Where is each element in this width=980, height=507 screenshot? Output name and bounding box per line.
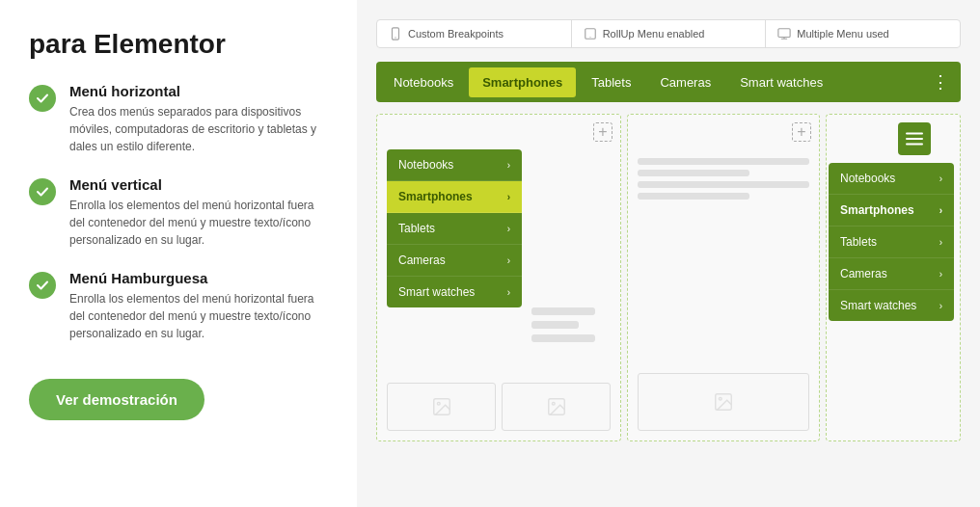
md-cameras-label: Cameras <box>840 267 887 280</box>
mobile-icon <box>389 27 402 40</box>
md-cameras-arrow: › <box>939 269 942 280</box>
md-smartwatches-label: Smart watches <box>840 299 916 312</box>
feature-hamburger-desc: Enrolla los elementos del menú horizonta… <box>69 290 328 342</box>
tablet-icon <box>584 27 597 40</box>
md-tablets-arrow: › <box>939 237 942 248</box>
feature-vertical-desc: Enrolla los elementos del menú horizonta… <box>69 197 328 249</box>
dd-smartwatches[interactable]: Smart watches › <box>387 277 522 307</box>
dd-cameras-arrow: › <box>507 255 510 266</box>
dd-smartphones-arrow: › <box>507 192 510 202</box>
svg-point-10 <box>719 397 721 400</box>
dd-notebooks-label: Notebooks <box>398 158 453 172</box>
md-notebooks-arrow: › <box>939 173 942 184</box>
bp-custom-label: Custom Breakpoints <box>408 28 504 40</box>
col-mobile: Notebooks › Smartphones › Tablets › Came… <box>826 114 961 441</box>
feature-horizontal-menu: Menú horizontal Crea dos menús separados… <box>29 83 328 155</box>
plus-icon-desktop[interactable]: + <box>593 122 612 142</box>
feature-horizontal-desc: Crea dos menús separados para dispositiv… <box>69 103 328 155</box>
dd-notebooks[interactable]: Notebooks › <box>387 149 522 181</box>
md-smartphones-arrow: › <box>939 205 942 216</box>
right-panel: Custom Breakpoints RollUp Menu enabled M… <box>357 0 980 507</box>
md-cameras[interactable]: Cameras › <box>829 258 954 290</box>
check-icon-hamburger <box>29 272 56 299</box>
dd-smartphones-label: Smartphones <box>398 190 473 203</box>
feature-hamburger-heading: Menú Hamburguesa <box>69 270 328 286</box>
bp-rollup: RollUp Menu enabled <box>572 20 767 47</box>
bp-rollup-label: RollUp Menu enabled <box>603 28 705 40</box>
dropdown-desktop: Notebooks › Smartphones › Tablets › Came… <box>387 149 522 307</box>
hmenu-item-notebooks[interactable]: Notebooks <box>380 67 467 97</box>
bp-custom: Custom Breakpoints <box>377 20 572 47</box>
md-notebooks[interactable]: Notebooks › <box>829 163 954 195</box>
image-placeholder-icon-1 <box>431 396 452 417</box>
svg-rect-4 <box>778 29 790 38</box>
svg-point-1 <box>395 37 395 38</box>
feature-horizontal-heading: Menú horizontal <box>69 83 328 99</box>
feature-vertical-heading: Menú vertical <box>69 176 328 193</box>
hamburger-icon <box>906 132 923 146</box>
md-smartphones-label: Smartphones <box>840 203 914 217</box>
md-tablets-label: Tablets <box>840 235 877 249</box>
dd-smartphones[interactable]: Smartphones › <box>387 181 522 213</box>
dots-menu-button[interactable]: ⋮ <box>924 67 957 96</box>
breakpoints-bar: Custom Breakpoints RollUp Menu enabled M… <box>376 19 961 48</box>
page-title: para Elementor <box>29 29 328 60</box>
feature-vertical-text: Menú vertical Enrolla los elementos del … <box>69 176 328 249</box>
md-notebooks-label: Notebooks <box>840 172 895 185</box>
tablet-line-3 <box>638 181 809 188</box>
md-smartwatches[interactable]: Smart watches › <box>829 290 954 321</box>
md-tablets[interactable]: Tablets › <box>829 227 954 258</box>
demo-button[interactable]: Ver demostración <box>29 379 204 420</box>
desktop-img-1 <box>387 383 496 431</box>
left-panel: para Elementor Menú horizontal Crea dos … <box>0 0 357 507</box>
content-line-2 <box>531 321 579 329</box>
hmenu-item-smartwatches[interactable]: Smart watches <box>726 67 836 97</box>
col-desktop: + Notebooks › Smartphones › Tablets › Ca… <box>376 114 621 441</box>
dropdown-mobile: Notebooks › Smartphones › Tablets › Came… <box>829 163 954 321</box>
md-smartwatches-arrow: › <box>939 301 942 311</box>
hmenu-item-tablets[interactable]: Tablets <box>578 67 644 97</box>
tablet-line-2 <box>638 170 749 176</box>
dd-cameras-label: Cameras <box>398 254 446 267</box>
check-icon-horizontal <box>29 85 56 112</box>
dd-tablets-label: Tablets <box>398 222 435 235</box>
dd-notebooks-arrow: › <box>507 160 510 171</box>
hmenu-item-cameras[interactable]: Cameras <box>646 67 724 97</box>
check-icon-vertical <box>29 178 56 205</box>
col-tablet: + <box>627 114 820 441</box>
feature-vertical-menu: Menú vertical Enrolla los elementos del … <box>29 176 328 249</box>
feature-horizontal-text: Menú horizontal Crea dos menús separados… <box>69 83 328 155</box>
content-line-3 <box>531 334 595 342</box>
feature-hamburger-menu: Menú Hamburguesa Enrolla los elementos d… <box>29 270 328 342</box>
dd-tablets-arrow: › <box>507 224 510 234</box>
horizontal-menu-bar: Notebooks Smartphones Tablets Cameras Sm… <box>376 62 961 102</box>
bp-multiple-label: Multiple Menu used <box>797 28 888 40</box>
image-placeholder-icon-2 <box>546 396 567 417</box>
feature-hamburger-text: Menú Hamburguesa Enrolla los elementos d… <box>69 270 328 342</box>
plus-icon-tablet[interactable]: + <box>792 122 811 142</box>
desktop-img-2 <box>502 383 611 431</box>
svg-point-3 <box>589 37 590 38</box>
hmenu-item-smartphones[interactable]: Smartphones <box>469 67 576 97</box>
dd-smartwatches-arrow: › <box>507 287 510 298</box>
content-line-1 <box>531 307 595 315</box>
tablet-line-4 <box>638 193 749 200</box>
content-area: + Notebooks › Smartphones › Tablets › Ca… <box>376 114 961 441</box>
svg-point-8 <box>552 402 555 405</box>
md-smartphones[interactable]: Smartphones › <box>829 195 954 227</box>
hamburger-button[interactable] <box>898 122 931 155</box>
desktop-images <box>387 383 611 431</box>
tablet-line-1 <box>638 158 809 165</box>
image-placeholder-icon-tablet <box>713 391 734 413</box>
tablet-image <box>638 373 809 431</box>
tablet-lines <box>638 158 809 204</box>
svg-point-6 <box>437 402 440 405</box>
dd-cameras[interactable]: Cameras › <box>387 245 522 277</box>
desktop-icon <box>777 27 791 40</box>
dd-tablets[interactable]: Tablets › <box>387 213 522 245</box>
dd-smartwatches-label: Smart watches <box>398 285 475 299</box>
desktop-content-lines <box>531 307 611 348</box>
bp-multiple: Multiple Menu used <box>766 20 960 47</box>
